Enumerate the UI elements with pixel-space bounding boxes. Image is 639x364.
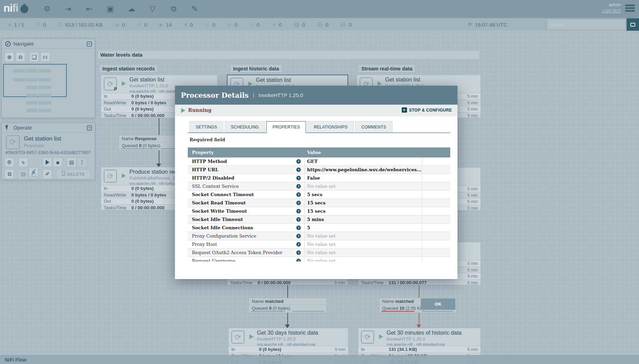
running-icon: ▶: [159, 22, 163, 27]
status-stale: ↑0: [294, 22, 305, 28]
search-input[interactable]: [547, 19, 626, 30]
connection-line: [159, 150, 159, 164]
status-counters: ◈1 / 1⠿0☰613 / 162.02 KB◉0⊘0▶14■0⚠0⊘0✓0∗…: [8, 18, 352, 31]
property-row: Request Username?No value set: [188, 257, 450, 261]
canvas-label[interactable]: Water levels data: [98, 50, 480, 59]
help-icon[interactable]: ?: [296, 184, 301, 189]
minimap-block: [13, 69, 25, 73]
breadcrumb[interactable]: NiFi Flow: [5, 355, 26, 364]
group-label-ingest-historic-data[interactable]: Ingest historic data: [230, 64, 283, 73]
status-count: 0: [144, 22, 147, 28]
stopped-icon: ■: [184, 22, 187, 27]
status-count: 0: [43, 22, 46, 28]
connection-arrow-red: [416, 325, 421, 328]
global-menu-icon[interactable]: [625, 4, 635, 6]
help-icon[interactable]: ?: [296, 259, 301, 261]
tab-scheduling[interactable]: SCHEDULING: [225, 121, 265, 132]
tab-comments[interactable]: COMMENTS: [355, 121, 392, 132]
configure-button[interactable]: ⚙: [4, 157, 14, 167]
tab-relationships[interactable]: RELATIONSHIPS: [307, 121, 354, 132]
property-name: Socket Idle Connections: [192, 225, 253, 230]
property-row: Socket Idle Connections?5: [188, 224, 450, 232]
connection-label-matched[interactable]: Name matched Queued 0 (0 bytes): [249, 298, 327, 313]
connection-arrow: [285, 325, 290, 328]
compass-icon: [5, 41, 11, 47]
status-count: 613 / 162.02 KB: [65, 22, 103, 28]
help-icon[interactable]: ?: [296, 242, 301, 247]
bulletin-button[interactable]: [627, 18, 639, 31]
help-icon[interactable]: ?: [296, 226, 301, 230]
help-icon[interactable]: ?: [296, 201, 301, 205]
processor-component-icon[interactable]: ⚙: [41, 3, 53, 15]
help-icon[interactable]: ?: [296, 176, 301, 180]
help-icon[interactable]: ?: [296, 192, 301, 197]
remote-process-group-component-icon[interactable]: ☁: [125, 3, 138, 15]
group-label-stream-real-time-data[interactable]: Stream real-time data: [358, 64, 416, 73]
output-port-component-icon[interactable]: ⇤: [83, 3, 95, 15]
refresh-icon[interactable]: ⟳: [468, 21, 472, 28]
enable-button[interactable]: ϟ: [18, 157, 28, 167]
minimap-block: [26, 78, 37, 82]
zoom-out-button[interactable]: ⊖: [16, 52, 25, 62]
help-icon[interactable]: ?: [296, 234, 301, 238]
zoom-in-button[interactable]: ⊕: [4, 52, 14, 62]
stop-and-configure-button[interactable]: ⚙ STOP & CONFIGURE: [402, 107, 452, 113]
gear-icon: ⚙: [402, 107, 407, 113]
required-field-label: Required field: [189, 137, 225, 142]
property-value: No value set: [307, 242, 335, 247]
copy-button[interactable]: ⧉: [4, 169, 14, 179]
delete-button[interactable]: DELETE: [56, 169, 90, 179]
queue-bar: [251, 311, 285, 312]
help-icon[interactable]: ?: [296, 217, 301, 222]
help-icon[interactable]: ?: [296, 159, 301, 164]
queue-bar-red: [381, 311, 415, 312]
table-rows: HTTP Method?GETHTTP URL?https://www.pege…: [188, 157, 450, 261]
status-stopped: ■0: [184, 22, 193, 28]
minimap-block: [13, 78, 25, 82]
template-component-icon[interactable]: ⧉: [167, 3, 180, 15]
create-template-button[interactable]: ▤: [67, 157, 76, 167]
tab-settings[interactable]: SETTINGS: [189, 121, 223, 132]
logout-link[interactable]: LOG OUT: [602, 9, 621, 13]
help-icon[interactable]: ?: [296, 250, 301, 255]
stat-row: Tasks/Time0 / 00:00:00.0005 min: [227, 279, 348, 286]
group-label-ingest-station-records[interactable]: Ingest station records: [99, 64, 158, 73]
property-row: Proxy Host?No value set: [188, 240, 450, 249]
property-name: HTTP URL: [192, 167, 219, 172]
collapse-button[interactable]: [87, 41, 92, 47]
ok-button[interactable]: OK: [421, 298, 455, 310]
minimap-block: [38, 109, 51, 112]
tab-properties[interactable]: PROPERTIES: [266, 121, 306, 133]
zoom-actual-button[interactable]: |:|: [40, 52, 50, 62]
help-icon[interactable]: ?: [296, 167, 301, 172]
process-group-component-icon[interactable]: ▣: [104, 3, 117, 15]
value-column-header: Value: [307, 150, 321, 155]
start-button[interactable]: [43, 157, 52, 167]
funnel-component-icon[interactable]: ▽: [146, 3, 159, 15]
paste-button[interactable]: ▨: [18, 169, 28, 179]
status-locally-modified-stale: !0: [317, 22, 328, 28]
primary-node-badge: P: [114, 87, 117, 92]
dialog-tabs: SETTINGSSCHEDULINGPROPERTIESRELATIONSHIP…: [189, 121, 392, 133]
dialog-header: Processor Details | InvokeHTTP 1.25.0: [175, 86, 457, 105]
input-port-component-icon[interactable]: ⇥: [62, 3, 74, 15]
connection-label-response[interactable]: Name Response Queued 0 (0 bytes): [119, 135, 184, 150]
status-count: 0: [349, 22, 351, 28]
collapse-button[interactable]: [87, 125, 92, 131]
property-value: 15 secs: [307, 209, 325, 214]
table-header: Property Value: [188, 147, 450, 157]
minimap-block: [38, 86, 51, 89]
navigate-header: Navigate: [2, 39, 95, 49]
minimap-block: [38, 94, 51, 97]
group-button[interactable]: ▢: [29, 169, 38, 179]
zoom-fit-button[interactable]: ❏: [29, 52, 39, 62]
top-toolbar: nifi ⚙ ⇥ ⇤ ▣ ☁ ▽ ⧉ ✎ admin LOG OUT: [0, 0, 639, 18]
help-icon[interactable]: ?: [296, 209, 301, 213]
dialog-body: SETTINGSSCHEDULINGPROPERTIESRELATIONSHIP…: [175, 116, 457, 279]
change-color-button[interactable]: ✐: [43, 169, 52, 179]
processor-name: Get 30 days historic data: [257, 330, 347, 336]
stop-button[interactable]: ■: [53, 157, 63, 167]
upload-template-button[interactable]: ↥: [77, 157, 87, 167]
status-count: 0: [257, 22, 259, 28]
label-component-icon[interactable]: ✎: [188, 3, 201, 15]
